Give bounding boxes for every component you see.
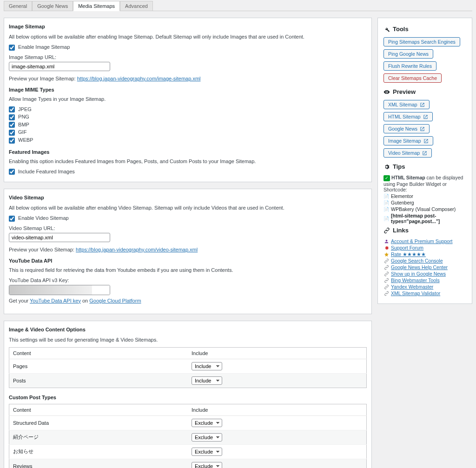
tip-item: 📄Elementor [383,193,466,199]
yt-gcp-link[interactable]: Google Cloud Platform [89,298,141,303]
mime-desc: Allow Image Types in your Image Sitemap. [9,96,367,102]
link-bing-webmaster-tools[interactable]: Bing Webmaster Tools [391,277,440,283]
link-row: Support Forum [383,245,466,250]
row-include-cell: IncludeExclude [188,373,367,388]
mime-webp-row[interactable]: WEBP [9,137,367,144]
mime-jpeg-row[interactable]: JPEG [9,106,367,113]
enable-video-sitemap-checkbox[interactable] [9,216,15,222]
video-preview-row: Preview your Video Sitemap: https://blog… [9,247,367,252]
th-include: Include [188,347,367,359]
mime-gif-label: GIF [18,129,26,135]
th-content: Content [9,347,188,359]
wrench-icon [383,26,390,33]
yt-get-prefix: Get your [9,298,30,303]
preview-html-sitemap[interactable]: HTML Sitemap [383,112,433,121]
row-name: Structured Data [9,415,188,430]
mime-webp-label: WEBP [18,137,33,143]
doc-icon: 📄 [383,200,389,205]
row-include-cell: IncludeExclude [188,359,367,373]
image-url-input[interactable] [9,62,110,71]
enable-image-sitemap-checkbox[interactable] [9,45,15,51]
star-icon [383,251,389,257]
link-yandex-webmaster[interactable]: Yandex Webmaster [391,284,433,290]
link-icon [383,227,390,234]
mime-gif-checkbox[interactable] [9,130,15,136]
preview-google-news[interactable]: Google News [383,124,430,133]
tool-ping-sitemaps-search-engines[interactable]: Ping Sitemaps Search Engines [383,37,460,46]
mime-bmp-checkbox[interactable] [9,122,15,128]
yt-api-link[interactable]: YouTube Data API key [30,298,81,303]
link-row: Bing Webmaster Tools [383,277,466,283]
links-title: Links [393,227,409,234]
mime-bmp-row[interactable]: BMP [9,122,367,128]
mime-png-checkbox[interactable] [9,114,15,120]
tips-heading: Tips [383,163,466,170]
image-preview-link[interactable]: https://blog.japan-videography.com/image… [77,76,201,81]
include-select[interactable]: IncludeExclude [192,376,222,385]
featured-row[interactable]: Include Featured Images [9,169,367,175]
tool-clear-sitemaps-cache[interactable]: Clear Sitemaps Cache [383,73,442,83]
yt-desc: This is required field for retrieving th… [9,267,367,273]
featured-title: Featured Images [9,149,367,155]
preview-heading: Preview [383,88,466,95]
video-preview-link[interactable]: https://blog.japan-videography.com/video… [76,247,198,252]
external-icon [422,151,427,156]
include-select[interactable]: IncludeExclude [192,362,222,370]
link-row: XML Sitemap Validator [383,290,466,296]
link-show-up-in-google-news[interactable]: Show up in Google News [391,271,446,277]
table-row: ReviewsIncludeExclude [9,459,367,468]
tools-heading: Tools [383,26,466,33]
tool-ping-google-news[interactable]: Ping Google News [383,49,433,59]
preview-image-sitemap[interactable]: Image Sitemap [383,136,433,145]
include-select[interactable]: IncludeExclude [192,448,222,456]
mime-png-label: PNG [18,114,29,119]
link-google-news-help-center[interactable]: Google News Help Center [391,264,448,270]
link-row: Account & Premium Support [383,238,466,244]
mime-png-row[interactable]: PNG [9,114,367,120]
featured-label: Include Featured Images [18,169,75,174]
row-include-cell: IncludeExclude [188,444,367,459]
tab-advanced[interactable]: Advanced [120,1,153,11]
mime-webp-checkbox[interactable] [9,138,15,144]
link-icon [383,277,389,283]
tab-media-sitemaps[interactable]: Media Sitemaps [73,1,120,11]
external-icon [423,114,428,119]
include-select[interactable]: IncludeExclude [192,419,222,427]
video-url-input[interactable] [9,233,110,242]
image-preview-row: Preview your Image Sitemap: https://blog… [9,76,367,81]
video-sitemap-desc: All below options will be available afte… [9,205,367,211]
table-row: Structured DataIncludeExclude [9,415,367,430]
external-icon [423,138,429,144]
link-support-forum[interactable]: Support Forum [391,245,423,250]
row-name: お知らせ [9,444,188,459]
include-select[interactable]: IncludeExclude [192,433,222,442]
th-content-2: Content [9,404,188,415]
link-xml-sitemap-validator[interactable]: XML Sitemap Validator [391,290,440,296]
featured-checkbox[interactable] [9,169,15,175]
mime-jpeg-checkbox[interactable] [9,106,15,112]
row-name: 紹介ページ [9,430,188,444]
row-name: Reviews [9,459,188,468]
preview-xml-sitemap[interactable]: XML Sitemap [383,100,430,109]
video-url-label: Video Sitemap URL: [9,225,367,231]
doc-icon: 📄 [383,193,389,199]
video-sitemap-panel: Video Sitemap All below options will be … [4,189,372,314]
row-name: Pages [9,359,188,373]
content-options-title: Image & Video Content Options [9,327,367,332]
enable-image-sitemap-row[interactable]: Enable Image Sitemap [9,44,367,51]
tips-bold: HTML Sitemap [391,175,425,180]
include-select[interactable]: IncludeExclude [192,462,222,468]
sidebar-box: Tools Ping Sitemaps Search EnginesPing G… [377,18,472,304]
tab-google-news[interactable]: Google News [32,1,73,11]
image-url-label: Image Sitemap URL: [9,54,367,60]
link-account-premium-support[interactable]: Account & Premium Support [391,238,452,244]
mime-gif-row[interactable]: GIF [9,129,367,136]
link-google-search-console[interactable]: Google Search Console [391,258,443,264]
tool-flush-rewrite-rules[interactable]: Flush Rewrite Rules [383,61,436,71]
enable-video-sitemap-row[interactable]: Enable Video Sitemap [9,215,367,222]
link-rate-[interactable]: Rate ★★★★★ [391,251,426,257]
preview-video-sitemap[interactable]: Video Sitemap [383,148,432,158]
tip-item: 📄Gutenberg [383,200,466,205]
yt-key-input[interactable] [9,285,110,295]
tab-general[interactable]: General [4,1,32,11]
